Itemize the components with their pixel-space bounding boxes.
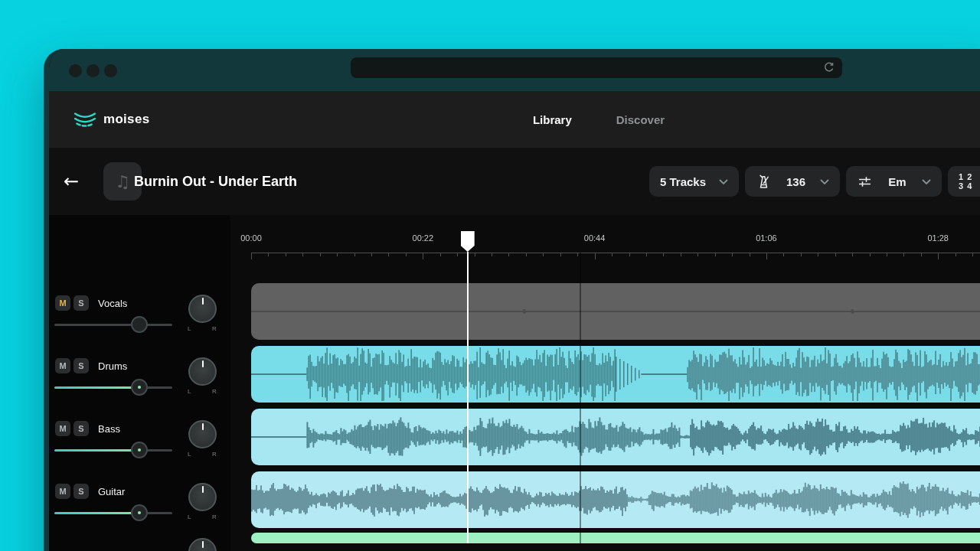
volume-knob[interactable] [131, 379, 148, 396]
volume-knob[interactable] [131, 504, 148, 521]
editor-main: MSVocalsLRMSDrumsLRMSBassLRMSGuitarLR 00… [49, 215, 980, 551]
pan-right-label: R [212, 451, 217, 458]
timeline-tick [423, 253, 423, 259]
waveform-region-drums[interactable] [251, 346, 980, 403]
volume-knob[interactable] [131, 316, 148, 333]
timeline-tick [337, 253, 338, 256]
timeline-tick [750, 253, 750, 256]
timeline-label: 00:44 [584, 233, 606, 243]
track-name: Bass [98, 423, 120, 435]
timeline-tick [440, 253, 441, 256]
timeline-tick [852, 253, 853, 256]
timeline-tick [887, 253, 887, 256]
pan-knob[interactable] [188, 357, 217, 386]
browser-window: moises LibraryDiscover ← ♫ Burnin Out - … [44, 49, 980, 551]
back-button[interactable]: ← [64, 171, 79, 192]
moises-logo-icon [74, 110, 96, 129]
pan-left-label: L [188, 388, 191, 395]
timeline-label: 01:28 [927, 233, 949, 243]
beats-grid: 1 2 3 4 [959, 172, 972, 191]
refresh-icon[interactable] [823, 62, 835, 73]
pan-left-label: L [188, 451, 191, 458]
timeline-tick [732, 253, 733, 256]
window-control-dot[interactable] [87, 64, 100, 77]
nav-item-library[interactable]: Library [533, 113, 572, 126]
pan-right-label: R [212, 325, 217, 332]
pan-knob[interactable] [188, 295, 217, 323]
track-row-bass: MSBassLR [49, 409, 230, 468]
brand[interactable]: moises [74, 110, 149, 129]
key-value: Em [888, 175, 906, 188]
brand-name: moises [103, 112, 149, 127]
mute-button[interactable]: M [55, 295, 70, 311]
timeline-tick [612, 253, 612, 256]
timeline-tick [406, 253, 407, 256]
solo-button[interactable]: S [74, 358, 89, 373]
beats-row: 1 2 [959, 172, 972, 181]
solo-button[interactable]: S [74, 295, 89, 311]
solo-button[interactable]: S [74, 421, 89, 436]
timeline-tick [663, 253, 664, 256]
timeline-tick [956, 253, 956, 256]
mute-button[interactable]: M [55, 421, 70, 436]
pan-left-label: L [188, 514, 191, 520]
volume-slider[interactable] [54, 512, 172, 514]
waveform-region-vocals[interactable] [251, 283, 980, 340]
url-bar[interactable] [351, 57, 842, 78]
tracks-dropdown[interactable]: 5 Tracks [649, 166, 739, 197]
volume-slider[interactable] [54, 324, 172, 326]
track-row-vocals: MSVocalsLR [49, 283, 230, 343]
timeline-tick [388, 253, 389, 256]
playhead-marker[interactable] [461, 231, 475, 252]
track-row-drums: MSDrumsLR [49, 346, 230, 406]
key-dropdown[interactable]: Em [846, 166, 942, 197]
timeline-tick [543, 253, 544, 256]
waveform [251, 471, 980, 528]
timeline-tick [646, 253, 647, 256]
waveform [251, 283, 980, 340]
track-name: Vocals [98, 298, 127, 309]
browser-chrome [49, 49, 980, 91]
track-name: Drums [98, 360, 127, 372]
beats-button[interactable]: 1 2 3 4 [948, 166, 980, 197]
waveform-region-track5[interactable] [251, 533, 980, 543]
timeline-label: 00:22 [413, 233, 434, 243]
pan-knob-pointer [202, 486, 204, 493]
pan-knob[interactable] [188, 483, 217, 511]
beats-row: 3 4 [959, 181, 972, 191]
nav-item-discover[interactable]: Discover [616, 113, 665, 126]
window-control-dot[interactable] [104, 64, 117, 77]
volume-slider[interactable] [54, 386, 172, 389]
chevron-down-icon [922, 179, 931, 184]
pan-left-label: L [188, 325, 191, 332]
solo-button[interactable]: S [74, 484, 89, 499]
timeline-tick [681, 253, 681, 256]
page: { "browser": { "url_value": "" }, "nav":… [0, 0, 980, 551]
track-name: Guitar [98, 486, 125, 497]
pan-knob[interactable] [188, 538, 217, 551]
metronome-icon [756, 174, 772, 190]
mute-button[interactable]: M [55, 484, 70, 499]
waveform-region-guitar[interactable] [251, 471, 980, 528]
timeline-tick [835, 253, 836, 256]
pan-right-label: R [212, 388, 217, 395]
mute-button[interactable]: M [55, 358, 70, 373]
timeline-label: 00:00 [240, 233, 262, 243]
timeline-tick [595, 253, 596, 259]
timeline-tick [629, 253, 630, 256]
pan-knob-pointer [202, 298, 204, 305]
song-title: Burnin Out - Under Earth [134, 174, 297, 190]
timeline-tick [320, 253, 321, 256]
timeline-tick [492, 253, 492, 256]
timeline-ruler-line [251, 253, 980, 253]
chevron-down-icon [820, 179, 829, 184]
timeline-tick [268, 253, 269, 256]
waveform-region-bass[interactable] [251, 409, 980, 465]
volume-slider[interactable] [54, 449, 172, 452]
volume-knob[interactable] [131, 442, 148, 458]
pan-knob[interactable] [188, 420, 217, 448]
timeline-tick [818, 253, 818, 256]
bpm-dropdown[interactable]: 136 [745, 166, 840, 197]
window-control-dot[interactable] [69, 64, 82, 77]
playhead-line [467, 252, 469, 543]
